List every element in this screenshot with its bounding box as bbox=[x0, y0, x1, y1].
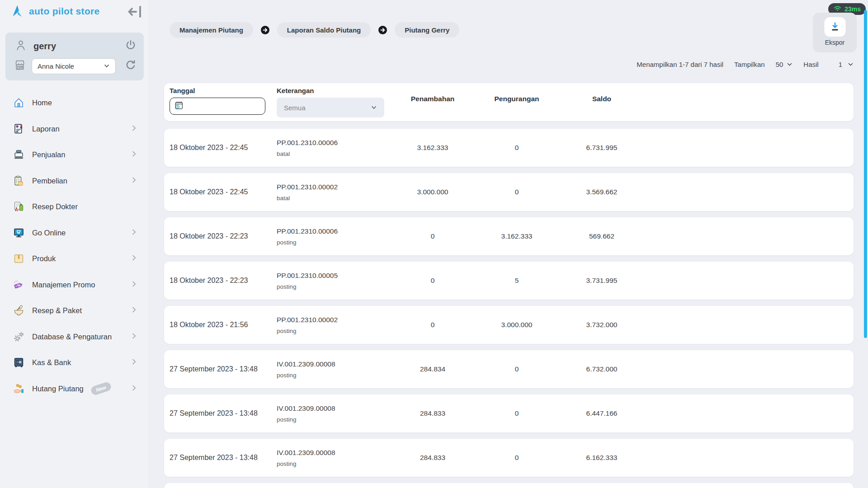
arrow-right-circle-icon bbox=[378, 25, 387, 35]
table-row: 18 Oktober 2023 - 22:23PP.001.2310.00005… bbox=[164, 262, 854, 300]
table-row: 27 September 2023 - 13:48IV.001.2309.000… bbox=[164, 394, 854, 432]
safe-icon bbox=[12, 357, 25, 369]
sidebar-item-label: Produk bbox=[32, 254, 56, 263]
sidebar-item-resep-paket[interactable]: Resep & Paket bbox=[0, 298, 149, 324]
row-reference: IV.001.2309.00008 bbox=[277, 404, 396, 413]
arrow-right-circle-icon bbox=[260, 25, 270, 35]
calendar-icon bbox=[174, 100, 184, 112]
sidebar-item-label: Penjualan bbox=[32, 150, 65, 159]
export-label: Ekspor bbox=[813, 39, 857, 46]
date-filter-label: Tanggal bbox=[170, 87, 277, 94]
row-penambahan: 284.833 bbox=[396, 454, 469, 462]
sidebar-item-label: Resep Dokter bbox=[32, 202, 78, 211]
power-icon[interactable] bbox=[125, 39, 137, 53]
keterangan-select[interactable]: Semua bbox=[277, 98, 384, 117]
row-penambahan: 3.162.333 bbox=[396, 144, 469, 152]
sidebar-item-penjualan[interactable]: Penjualan bbox=[0, 142, 149, 168]
row-penambahan: 284.834 bbox=[396, 365, 469, 373]
promo-tag-icon: % bbox=[12, 279, 25, 291]
sidebar-item-go-online[interactable]: Go Online bbox=[0, 220, 149, 246]
sidebar-item-produk[interactable]: Produk bbox=[0, 246, 149, 272]
logo-text: auto pilot store bbox=[29, 6, 99, 17]
export-button[interactable]: Ekspor bbox=[813, 13, 857, 52]
row-saldo: 3.569.662 bbox=[565, 188, 639, 196]
sidebar-item-label: Database & Pengaturan bbox=[32, 333, 112, 341]
user-panel: gerry Anna Nicole bbox=[5, 33, 144, 80]
chevron-down-icon[interactable] bbox=[787, 61, 793, 67]
table-row: 27 September 2023 - 13:48IV.001.2309.000… bbox=[164, 350, 854, 388]
row-saldo: 6.447.166 bbox=[565, 409, 639, 418]
store-select[interactable]: Anna Nicole bbox=[32, 58, 116, 74]
chevron-right-icon bbox=[131, 254, 137, 263]
row-keterangan: IV.001.2309.00008posting bbox=[277, 449, 396, 467]
row-penambahan: 0 bbox=[396, 321, 469, 329]
chevron-down-icon bbox=[104, 63, 110, 69]
sidebar-item-kas-bank[interactable]: Kas & Bank bbox=[0, 350, 149, 376]
row-date: 18 Oktober 2023 - 22:45 bbox=[170, 188, 277, 196]
box-icon bbox=[12, 253, 25, 265]
row-reference: PP.001.2310.00005 bbox=[277, 272, 396, 280]
breadcrumb-item-manajemen-piutang[interactable]: Manajemen Piutang bbox=[170, 22, 253, 38]
row-pengurangan: 0 bbox=[469, 188, 565, 196]
sidebar-item-manajemen-promo[interactable]: %Manajemen Promo bbox=[0, 272, 149, 298]
date-filter-input[interactable] bbox=[170, 98, 265, 115]
row-saldo: 6.162.333 bbox=[565, 454, 639, 462]
row-reference: PP.001.2310.00002 bbox=[277, 316, 396, 324]
row-saldo: 3.732.000 bbox=[565, 321, 639, 329]
row-keterangan: PP.001.2310.00002posting bbox=[277, 316, 396, 334]
store-select-value: Anna Nicole bbox=[38, 62, 74, 70]
row-penambahan: 0 bbox=[396, 277, 469, 285]
row-status: posting bbox=[277, 372, 396, 379]
vertical-scrollbar[interactable] bbox=[864, 10, 867, 338]
breadcrumb-item-piutang-gerry[interactable]: Piutang Gerry bbox=[395, 22, 459, 38]
breadcrumb-item-laporan-saldo-piutang[interactable]: Laporan Saldo Piutang bbox=[277, 22, 371, 38]
page-size-label: Tampilkan bbox=[734, 61, 765, 68]
chevron-right-icon bbox=[131, 306, 137, 315]
home-icon bbox=[12, 97, 25, 109]
sidebar-item-label: Laporan bbox=[32, 125, 60, 133]
row-pengurangan: 3.162.333 bbox=[469, 232, 565, 240]
sidebar-item-label: Home bbox=[32, 99, 52, 107]
row-keterangan: PP.001.2310.00006batal bbox=[277, 139, 396, 157]
row-reference: IV.001.2309.00008 bbox=[277, 360, 396, 368]
cash-register-icon bbox=[12, 149, 25, 161]
chevron-right-icon bbox=[131, 150, 137, 159]
sidebar-item-home[interactable]: Home bbox=[0, 90, 149, 116]
prescription-icon bbox=[12, 201, 25, 213]
sidebar-item-pembelian[interactable]: Pembelian bbox=[0, 168, 149, 194]
sidebar-item-database-pengaturan[interactable]: Database & Pengaturan bbox=[0, 324, 149, 350]
clipboard-icon bbox=[12, 175, 25, 187]
row-date: 18 Oktober 2023 - 22:23 bbox=[170, 277, 277, 285]
row-date: 18 Oktober 2023 - 22:45 bbox=[170, 144, 277, 152]
sidebar-item-laporan[interactable]: Laporan bbox=[0, 116, 149, 142]
chevron-right-icon bbox=[131, 177, 137, 185]
breadcrumb: Manajemen Piutang Laporan Saldo Piutang … bbox=[170, 22, 459, 38]
chevron-right-icon bbox=[131, 281, 137, 289]
sidebar-item-resep-dokter[interactable]: Resep Dokter bbox=[0, 194, 149, 220]
user-name: gerry bbox=[33, 41, 56, 52]
table-row: 18 Oktober 2023 - 21:56PP.001.2310.00002… bbox=[164, 306, 854, 344]
sidebar-menu: HomeLaporanPenjualanPembelianResep Dokte… bbox=[0, 90, 149, 402]
page-size-value[interactable]: 50 bbox=[776, 61, 783, 68]
row-date: 18 Oktober 2023 - 22:23 bbox=[170, 232, 277, 240]
row-penambahan: 0 bbox=[396, 232, 469, 240]
paper-plane-logo-icon bbox=[10, 4, 25, 19]
store-icon bbox=[14, 59, 26, 73]
row-keterangan: PP.001.2310.00005posting bbox=[277, 272, 396, 290]
row-status: posting bbox=[277, 239, 396, 246]
refresh-icon[interactable] bbox=[125, 59, 137, 73]
row-saldo: 3.731.995 bbox=[565, 277, 639, 285]
sidebar-item-label: Hutang Piutang bbox=[32, 385, 84, 393]
sidebar-item-hutang-piutang[interactable]: Hutang PiutangNew bbox=[0, 376, 149, 402]
chevron-down-icon[interactable] bbox=[848, 61, 854, 67]
download-icon bbox=[824, 17, 845, 37]
row-status: batal bbox=[277, 195, 396, 202]
table-row: 27 September 2023 - 13:48IV.001.2309.000… bbox=[164, 439, 854, 477]
table-row: 18 Oktober 2023 - 22:23PP.001.2310.00006… bbox=[164, 217, 854, 255]
mortar-icon bbox=[12, 305, 25, 317]
sidebar-collapse-icon[interactable] bbox=[127, 5, 146, 19]
results-summary: Menampilkan 1-7 dari 7 hasil bbox=[637, 61, 723, 68]
page-number[interactable]: 1 bbox=[839, 61, 842, 68]
row-status: posting bbox=[277, 283, 396, 290]
column-header-pengurangan: Pengurangan bbox=[469, 83, 565, 121]
